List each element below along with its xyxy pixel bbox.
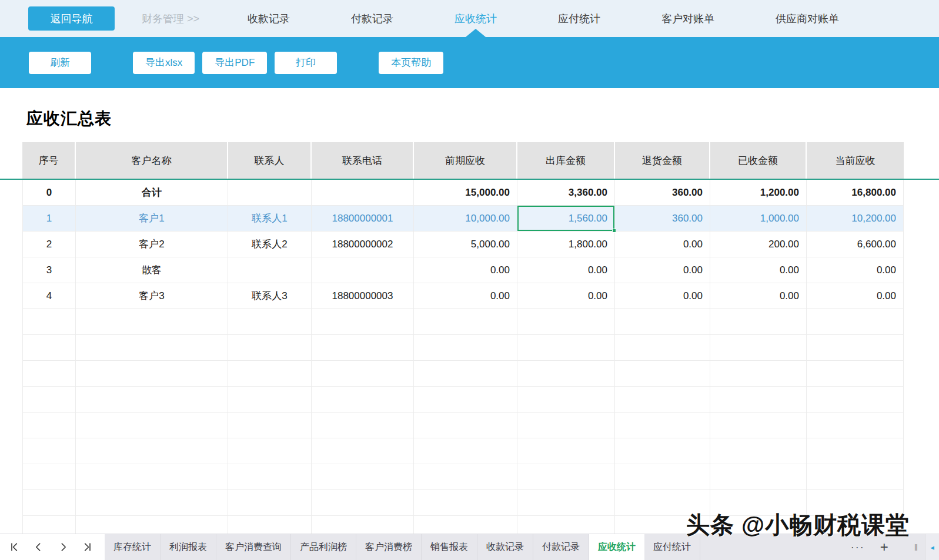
table-cell[interactable] xyxy=(807,387,904,413)
first-page-icon[interactable] xyxy=(8,540,22,554)
table-cell[interactable]: 1,560.00 xyxy=(517,206,615,232)
table-cell[interactable] xyxy=(228,438,312,464)
table-cell[interactable] xyxy=(517,464,615,490)
table-cell[interactable] xyxy=(414,438,517,464)
toolbar-button-本页帮助[interactable]: 本页帮助 xyxy=(379,52,443,74)
table-cell[interactable] xyxy=(22,335,76,361)
table-cell[interactable] xyxy=(312,335,414,361)
table-cell[interactable] xyxy=(517,361,615,387)
table-cell[interactable]: 4 xyxy=(22,283,76,309)
table-cell[interactable] xyxy=(228,387,312,413)
table-cell[interactable]: 10,000.00 xyxy=(414,206,517,232)
table-cell[interactable] xyxy=(615,361,710,387)
sheet-tab-销售报表[interactable]: 销售报表 xyxy=(422,534,477,560)
table-cell[interactable]: 0 xyxy=(22,180,76,206)
table-cell[interactable] xyxy=(414,490,517,516)
toolbar-button-导出xlsx[interactable]: 导出xlsx xyxy=(133,52,195,74)
table-cell[interactable]: 200.00 xyxy=(710,232,807,257)
table-cell[interactable]: 0.00 xyxy=(517,283,615,309)
table-cell[interactable] xyxy=(312,180,414,206)
table-cell[interactable] xyxy=(76,387,228,413)
table-cell[interactable] xyxy=(710,464,807,490)
table-cell[interactable]: 2 xyxy=(22,232,76,257)
table-cell[interactable] xyxy=(414,361,517,387)
more-sheets-icon[interactable]: ··· xyxy=(851,541,865,554)
table-cell[interactable] xyxy=(76,309,228,335)
table-cell[interactable] xyxy=(414,335,517,361)
table-cell[interactable] xyxy=(312,309,414,335)
table-cell[interactable] xyxy=(710,438,807,464)
table-cell[interactable] xyxy=(22,361,76,387)
table-cell[interactable] xyxy=(710,335,807,361)
table-cell[interactable]: 0.00 xyxy=(710,283,807,309)
splitter-handle-icon[interactable]: ‖ xyxy=(914,542,918,552)
table-cell[interactable] xyxy=(228,335,312,361)
table-cell[interactable]: 联系人1 xyxy=(228,206,312,232)
top-tab-应收统计[interactable]: 应收统计 xyxy=(455,0,497,37)
table-cell[interactable]: 0.00 xyxy=(615,232,710,257)
table-cell[interactable]: 0.00 xyxy=(807,283,904,309)
table-cell[interactable]: 16,800.00 xyxy=(807,180,904,206)
table-cell[interactable] xyxy=(22,464,76,490)
table-cell[interactable] xyxy=(228,490,312,516)
table-cell[interactable] xyxy=(22,438,76,464)
table-cell[interactable] xyxy=(22,413,76,438)
table-cell[interactable] xyxy=(710,413,807,438)
table-cell[interactable]: 0.00 xyxy=(710,257,807,283)
table-cell[interactable] xyxy=(517,309,615,335)
table-cell[interactable]: 18800000001 xyxy=(312,206,414,232)
table-cell[interactable] xyxy=(807,309,904,335)
table-cell[interactable] xyxy=(76,335,228,361)
table-cell[interactable] xyxy=(312,464,414,490)
table-cell[interactable] xyxy=(312,490,414,516)
table-cell[interactable]: 5,000.00 xyxy=(414,232,517,257)
table-cell[interactable]: 0.00 xyxy=(615,283,710,309)
table-cell[interactable] xyxy=(710,361,807,387)
table-cell[interactable]: 0.00 xyxy=(414,257,517,283)
toolbar-button-刷新[interactable]: 刷新 xyxy=(29,52,91,74)
table-cell[interactable]: 3 xyxy=(22,257,76,283)
table-cell[interactable]: 10,200.00 xyxy=(807,206,904,232)
sheet-tab-库存统计[interactable]: 库存统计 xyxy=(105,534,161,560)
table-cell[interactable] xyxy=(517,413,615,438)
table-cell[interactable] xyxy=(807,335,904,361)
top-tab-付款记录[interactable]: 付款记录 xyxy=(351,0,393,37)
table-cell[interactable]: 散客 xyxy=(76,257,228,283)
scroll-left-icon[interactable]: ◂ xyxy=(925,534,939,560)
table-cell[interactable]: 客户1 xyxy=(76,206,228,232)
table-cell[interactable] xyxy=(228,309,312,335)
table-cell[interactable] xyxy=(228,413,312,438)
table-cell[interactable]: 6,600.00 xyxy=(807,232,904,257)
table-cell[interactable] xyxy=(517,438,615,464)
table-cell[interactable]: 3,360.00 xyxy=(517,180,615,206)
selection-fill-handle[interactable] xyxy=(612,229,616,233)
table-cell[interactable]: 1,000.00 xyxy=(710,206,807,232)
sheet-tab-利润报表[interactable]: 利润报表 xyxy=(161,534,216,560)
table-cell[interactable] xyxy=(517,335,615,361)
table-cell[interactable] xyxy=(615,438,710,464)
table-cell[interactable] xyxy=(312,387,414,413)
table-cell[interactable] xyxy=(414,413,517,438)
table-cell[interactable] xyxy=(615,309,710,335)
top-tab-应付统计[interactable]: 应付统计 xyxy=(558,0,600,37)
table-cell[interactable] xyxy=(615,387,710,413)
table-cell[interactable]: 18800000002 xyxy=(312,232,414,257)
table-cell[interactable]: 联系人2 xyxy=(228,232,312,257)
table-cell[interactable]: 1 xyxy=(22,206,76,232)
table-cell[interactable] xyxy=(414,309,517,335)
table-cell[interactable] xyxy=(807,413,904,438)
table-cell[interactable] xyxy=(312,361,414,387)
table-cell[interactable]: 联系人3 xyxy=(228,283,312,309)
table-cell[interactable] xyxy=(312,413,414,438)
table-cell[interactable] xyxy=(414,464,517,490)
sheet-tab-产品利润榜[interactable]: 产品利润榜 xyxy=(291,534,356,560)
table-cell[interactable] xyxy=(615,464,710,490)
table-cell[interactable]: 客户2 xyxy=(76,232,228,257)
table-cell[interactable] xyxy=(228,257,312,283)
table-cell[interactable] xyxy=(615,413,710,438)
table-cell[interactable]: 0.00 xyxy=(807,257,904,283)
table-cell[interactable] xyxy=(312,438,414,464)
table-cell[interactable]: 0.00 xyxy=(414,283,517,309)
table-cell[interactable] xyxy=(807,464,904,490)
table-cell[interactable]: 18800000003 xyxy=(312,283,414,309)
